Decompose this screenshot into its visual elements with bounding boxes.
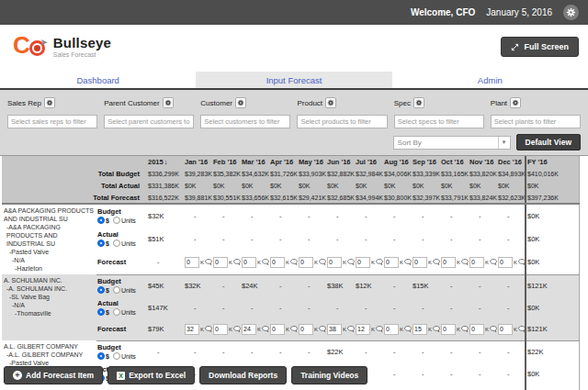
- forecast-input[interactable]: [327, 324, 342, 335]
- dollar-radio[interactable]: [97, 217, 105, 224]
- tab-dashboard[interactable]: Dashboard: [0, 72, 196, 88]
- add-forecast-item-button[interactable]: +Add Forecast Item: [4, 366, 103, 384]
- actual-row-label-cell: Actual$Units: [96, 296, 147, 318]
- filter-sales-rep: Sales Rep: [7, 97, 97, 128]
- units-radio[interactable]: [113, 240, 120, 247]
- comment-icon[interactable]: [290, 259, 298, 265]
- forecast-input[interactable]: [469, 324, 484, 335]
- export-to-excel-button[interactable]: XExport to Excel: [107, 366, 195, 384]
- comment-icon[interactable]: [262, 326, 269, 332]
- forecast-input[interactable]: [185, 324, 199, 335]
- sort-desc-icon: ↓: [164, 158, 168, 166]
- value-cell: $32K: [184, 274, 212, 296]
- forecast-input[interactable]: [441, 257, 456, 268]
- training-videos-button[interactable]: Training Videos: [291, 366, 368, 384]
- dollar-radio[interactable]: [97, 286, 105, 294]
- comment-icon[interactable]: [262, 259, 269, 265]
- product-filter-settings-button[interactable]: [325, 97, 336, 108]
- forecast-input[interactable]: [498, 324, 513, 335]
- forecast-input[interactable]: [213, 324, 228, 335]
- forecast-input-cell: K: [412, 384, 440, 390]
- forecast-input[interactable]: [299, 257, 313, 268]
- sort-by-select[interactable]: Sort By ▾: [393, 136, 511, 150]
- comment-icon[interactable]: [404, 259, 412, 265]
- comment-icon[interactable]: [347, 259, 355, 265]
- comment-icon[interactable]: [518, 259, 526, 265]
- forecast-input[interactable]: [441, 324, 456, 335]
- forecast-input-cell: K: [469, 251, 497, 274]
- forecast-input-cell: K: [412, 318, 440, 340]
- spec-filter-settings-button[interactable]: [413, 97, 424, 108]
- filter-area: Sales RepParent CustomerCustomerProductS…: [0, 90, 588, 128]
- forecast-input[interactable]: [384, 324, 399, 335]
- comment-icon[interactable]: [233, 326, 241, 332]
- forecast-input[interactable]: [356, 257, 370, 268]
- units-radio[interactable]: [113, 352, 120, 360]
- customer-filter-settings-button[interactable]: [235, 97, 246, 108]
- settings-button[interactable]: [563, 5, 579, 20]
- forecast-input[interactable]: [327, 257, 342, 268]
- forecast-input[interactable]: [270, 324, 285, 335]
- comment-icon[interactable]: [461, 326, 469, 332]
- forecast-input[interactable]: [185, 257, 199, 268]
- comment-icon[interactable]: [205, 326, 212, 332]
- spec-filter-input[interactable]: [394, 115, 484, 128]
- comment-icon[interactable]: [433, 326, 440, 332]
- full-screen-button[interactable]: Full Screen: [501, 37, 579, 57]
- forecast-input[interactable]: [469, 257, 484, 268]
- comment-icon[interactable]: [205, 259, 212, 265]
- forecast-input[interactable]: [242, 257, 256, 268]
- comment-icon[interactable]: [233, 259, 241, 265]
- total-value: $33,820K: [469, 168, 497, 180]
- forecast-input[interactable]: [413, 324, 427, 335]
- forecast-input[interactable]: [299, 324, 313, 335]
- customer-name-line: -A. SCHULMAN INC.: [4, 284, 95, 293]
- customer-filter-input[interactable]: [200, 115, 290, 128]
- plant-filter-settings-button[interactable]: [510, 97, 521, 108]
- download-reports-button[interactable]: Download Reports: [199, 366, 287, 384]
- units-radio[interactable]: [113, 308, 120, 316]
- value-cell: -: [326, 204, 355, 228]
- comment-icon[interactable]: [290, 326, 298, 332]
- value-cell: -: [184, 228, 212, 251]
- spec-filter-label: Spec: [394, 99, 411, 107]
- comment-icon[interactable]: [319, 259, 326, 265]
- sales-rep-filter-settings-button[interactable]: [44, 97, 55, 108]
- comment-icon[interactable]: [490, 326, 497, 332]
- forecast-input[interactable]: [356, 324, 370, 335]
- parent-customer-filter-input[interactable]: [104, 115, 194, 128]
- plant-filter-input[interactable]: [491, 115, 581, 128]
- column-header-2015[interactable]: 2015↓: [147, 156, 184, 168]
- units-radio[interactable]: [113, 286, 120, 294]
- forecast-input[interactable]: [242, 324, 256, 335]
- default-view-button[interactable]: Default View: [516, 134, 581, 150]
- comment-icon[interactable]: [376, 259, 383, 265]
- comment-icon[interactable]: [518, 326, 526, 332]
- comment-icon[interactable]: [433, 259, 440, 265]
- comment-icon[interactable]: [490, 259, 497, 265]
- dollar-radio[interactable]: [97, 352, 105, 360]
- parent-customer-filter-settings-button[interactable]: [163, 97, 174, 108]
- tab-admin[interactable]: Admin: [392, 72, 588, 88]
- k-suffix: K: [343, 260, 346, 265]
- forecast-input[interactable]: [384, 257, 399, 268]
- filter-spec: Spec: [394, 97, 484, 128]
- value-cell: -: [383, 362, 412, 384]
- forecast-input[interactable]: [270, 257, 285, 268]
- dollar-radio[interactable]: [97, 308, 105, 316]
- comment-icon[interactable]: [319, 326, 326, 332]
- forecast-input[interactable]: [413, 257, 427, 268]
- comment-icon[interactable]: [404, 326, 412, 332]
- units-radio[interactable]: [113, 217, 120, 224]
- forecast-input[interactable]: [498, 257, 513, 268]
- comment-icon[interactable]: [461, 259, 469, 265]
- sales-rep-filter-input[interactable]: [7, 115, 97, 128]
- column-header-feb-16: Feb '16: [212, 156, 241, 168]
- tab-input-forecast[interactable]: Input Forecast: [196, 72, 391, 88]
- comment-icon[interactable]: [376, 326, 383, 332]
- forecast-input[interactable]: [213, 257, 228, 268]
- product-filter-input[interactable]: [297, 115, 387, 128]
- total-actual-label: Total Actual: [2, 180, 147, 192]
- comment-icon[interactable]: [347, 326, 355, 332]
- dollar-radio[interactable]: [97, 240, 105, 247]
